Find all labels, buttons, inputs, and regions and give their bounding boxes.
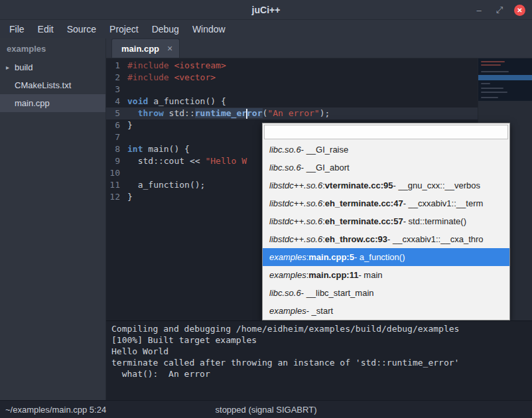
tab-main.cpp[interactable]: main.cpp× (111, 38, 180, 58)
line-number: 1 (106, 60, 124, 72)
line-number: 12 (106, 191, 124, 203)
stack-frame[interactable]: libc.so.6 - __GI_abort (263, 159, 509, 176)
stack-frame[interactable]: libstdc++.so.6:eh_terminate.cc:47 - __cx… (263, 194, 509, 212)
frame-symbol: - __cxxabiv1::__cxa_thro (387, 234, 484, 244)
code-token: ror (247, 108, 262, 118)
frame-symbol: - _start (306, 306, 333, 316)
frame-location: main.cpp:5 (308, 252, 354, 262)
line-number: 4 (106, 96, 124, 107)
minimap-code-mark (481, 88, 503, 89)
terminal-line: Compiling and debugging /home/eidheim/ex… (111, 323, 527, 334)
terminal-line: [100%] Built target examples (111, 334, 527, 346)
line-number: 6 (106, 119, 124, 131)
menu-bar: FileEditSourceProjectDebugWindow (0, 20, 532, 38)
line-number: 7 (106, 131, 124, 143)
stack-trace-popup: libc.so.6 - __GI_raiselibc.so.6 - __GI_a… (262, 123, 510, 320)
stack-frame[interactable]: libstdc++.so.6:eh_terminate.cc:57 - std:… (263, 212, 509, 230)
code-token: runtime_er (195, 108, 247, 118)
code-token: #include (127, 60, 174, 70)
tree-item-label: main.cpp (15, 98, 50, 108)
tab-bar: main.cpp× (106, 38, 532, 58)
code-token: } (127, 120, 133, 130)
tree-item-cmakelists.txt[interactable]: CMakeLists.txt (0, 76, 105, 94)
frame-module: libstdc++.so.6 (269, 180, 322, 190)
code-token: <iostream> (174, 60, 226, 70)
line-number: 2 (106, 72, 124, 84)
frame-module: libstdc++.so.6 (269, 234, 322, 244)
line-number: 10 (106, 167, 124, 179)
code-token: main() { (143, 144, 189, 154)
menu-item-source[interactable]: Source (60, 22, 103, 36)
stack-frame[interactable]: examples:main.cpp:5 - a_function() (263, 248, 509, 266)
minimap-code-mark (481, 83, 490, 84)
project-name: examples (0, 38, 105, 58)
code-text: throw std::runtime_error("An error"); (127, 107, 330, 119)
code-line[interactable]: 5 throw std::runtime_error("An error"); (106, 107, 532, 119)
frame-module: libstdc++.so.6 (269, 216, 322, 226)
tab-label: main.cpp (121, 44, 159, 54)
code-line[interactable]: 3 (106, 84, 532, 96)
title-bar[interactable]: juCi++ – ⤢ ✕ (0, 0, 532, 20)
stack-frame[interactable]: libc.so.6 - __libc_start_main (263, 284, 509, 302)
stack-frame[interactable]: libstdc++.so.6:vterminate.cc:95 - __gnu_… (263, 176, 509, 194)
code-text: int main() { (127, 143, 190, 155)
stack-frame[interactable]: examples:main.cpp:11 - main (263, 266, 509, 284)
code-token: ); (320, 108, 330, 118)
editor-pane: 1#include <iostream>2#include <vector>34… (106, 58, 532, 320)
main-area: examples ▸buildCMakeLists.txtmain.cpp ma… (0, 38, 532, 400)
frame-symbol: - __gnu_cxx::__verbos (393, 180, 480, 190)
frame-module: libc.so.6 (269, 163, 301, 173)
frame-symbol: - std::terminate() (403, 216, 466, 226)
code-token: throw (138, 108, 164, 118)
stack-frame[interactable]: libstdc++.so.6:eh_throw.cc:93 - __cxxabi… (263, 230, 509, 248)
stack-frame[interactable]: examples - _start (263, 302, 509, 320)
code-line[interactable]: 2#include <vector> (106, 72, 532, 84)
frame-location: eh_terminate.cc:47 (325, 198, 403, 208)
minimap-preview (478, 58, 532, 101)
code-token: std:: (164, 108, 195, 118)
file-tree: ▸buildCMakeLists.txtmain.cpp (0, 58, 105, 112)
window-title: juCi++ (0, 5, 532, 15)
status-bar: stopped (signal SIGABRT) ~/examples/main… (0, 400, 532, 418)
menu-item-window[interactable]: Window (186, 22, 232, 36)
frame-module: libstdc++.so.6 (269, 198, 322, 208)
minimap-code-mark (481, 71, 509, 72)
tree-item-label: build (15, 62, 33, 72)
code-line[interactable]: 4void a_function() { (106, 96, 532, 107)
code-token: } (127, 192, 133, 202)
line-number: 9 (106, 155, 124, 167)
popup-search-input[interactable] (264, 125, 508, 139)
terminal-output[interactable]: Compiling and debugging /home/eidheim/ex… (106, 320, 532, 400)
stack-frame[interactable]: libc.so.6 - __GI_raise (263, 141, 509, 159)
code-token: #include (127, 72, 174, 82)
menu-item-file[interactable]: File (3, 22, 31, 36)
close-button[interactable]: ✕ (514, 5, 525, 16)
stack-list: libc.so.6 - __GI_raiselibc.so.6 - __GI_a… (263, 141, 509, 320)
minimap-code-mark (481, 61, 505, 62)
menu-item-project[interactable]: Project (103, 22, 145, 36)
frame-module: libc.so.6 (269, 145, 301, 155)
frame-location: eh_terminate.cc:57 (325, 216, 403, 226)
line-number: 11 (106, 179, 124, 191)
frame-symbol: - main (358, 270, 382, 280)
code-line[interactable]: 1#include <iostream> (106, 60, 532, 72)
minimize-button[interactable]: – (473, 4, 485, 16)
maximize-button[interactable]: ⤢ (494, 4, 505, 16)
line-number: 5 (106, 107, 124, 119)
frame-module: libc.so.6 (269, 288, 301, 298)
menu-item-edit[interactable]: Edit (31, 22, 60, 36)
minimap-code-mark (481, 92, 507, 93)
code-text: } (127, 119, 133, 131)
frame-symbol: - a_function() (354, 252, 405, 262)
frame-location: main.cpp:11 (308, 270, 358, 280)
code-token: a_function(); (127, 180, 205, 190)
tab-close-icon[interactable]: × (167, 44, 172, 53)
frame-module: examples (269, 306, 306, 316)
chevron-right-icon: ▸ (6, 58, 9, 76)
tree-item-main.cpp[interactable]: main.cpp (0, 94, 105, 112)
frame-location: eh_throw.cc:93 (325, 234, 387, 244)
tree-item-build[interactable]: ▸build (0, 58, 105, 76)
menu-item-debug[interactable]: Debug (145, 22, 186, 36)
code-text: } (127, 191, 133, 203)
code-text: #include <vector> (127, 72, 216, 84)
